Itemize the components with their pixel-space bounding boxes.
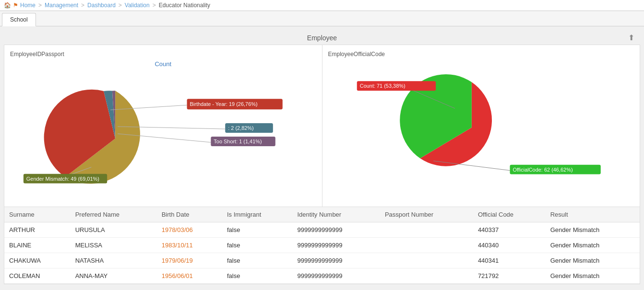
cell-official-code: 721792 [473,268,546,284]
tab-bar: School [0,11,644,26]
nav-dashboard[interactable]: Dashboard [87,2,116,9]
tooltip-birthdate-text: Birthdate - Year: 19 (26,76%) [190,101,258,107]
table-body: ARTHUR URUSULA 1978/03/06 false 99999999… [4,222,640,284]
cell-is-immigrant: false [222,238,293,253]
cell-passport-number [380,268,473,284]
data-table-section: Surname Preferred Name Birth Date Is Imm… [4,207,640,284]
data-table: Surname Preferred Name Birth Date Is Imm… [4,207,640,284]
col-preferred-name: Preferred Name [71,207,157,222]
table-row: BLAINE MELISSA 1983/10/11 false 99999999… [4,238,640,253]
cell-preferred-name: ANNA-MAY [71,268,157,284]
nav-sep-4: > [153,2,156,9]
nav-sep-3: > [119,2,122,9]
cell-surname: ARTHUR [4,222,71,238]
left-chart-title: EmployeeIDPassport [10,51,316,58]
cell-passport-number [380,253,473,268]
section-title: Employee [307,34,337,42]
tooltip-colon2-text: : 2 (2,82%) [228,125,253,131]
left-chart-panel: EmployeeIDPassport Count [4,45,322,207]
cell-result: Gender Mismatch [546,268,640,284]
cell-preferred-name: NATASHA [71,253,157,268]
cell-surname: BLAINE [4,238,71,253]
table-row: COLEMAN ANNA-MAY 1956/06/01 false 999999… [4,268,640,284]
cell-birth-date: 1979/06/19 [157,253,222,268]
table-row: CHAKUWA NATASHA 1979/06/19 false 9999999… [4,253,640,268]
cell-identity-number: 9999999999999 [292,253,380,268]
tooltip-count-text: Count: 71 (53,38%) [359,83,405,89]
tab-school[interactable]: School [2,13,36,26]
cell-identity-number: 9999999999999 [292,268,380,284]
export-icon[interactable]: ⬆ [628,33,634,42]
cell-is-immigrant: false [222,253,293,268]
tooltip-officialcode-text: OfficialCode: 62 (46,62%) [513,167,572,173]
col-is-immigrant: Is Immigrant [222,207,293,222]
right-chart-panel: EmployeeOfficialCode Count: 71 (53,38%) [322,45,640,207]
right-pie-svg: Count: 71 (53,38%) OfficialCode: 62 (46,… [328,60,634,185]
nav-validation[interactable]: Validation [125,2,150,9]
tooltip-gender-text: Gender Mismatch: 49 (69,01%) [26,176,99,182]
cell-result: Gender Mismatch [546,253,640,268]
cell-is-immigrant: false [222,268,293,284]
cell-birth-date: 1978/03/06 [157,222,222,238]
left-chart-subtitle: Count [10,60,316,68]
col-result: Result [546,207,640,222]
col-identity-number: Identity Number [292,207,380,222]
col-passport-number: Passport Number [380,207,473,222]
cell-surname: CHAKUWA [4,253,71,268]
nav-sep-1: > [38,2,42,9]
nav-sep-2: > [81,2,84,9]
cell-passport-number [380,222,473,238]
cell-official-code: 440337 [473,222,546,238]
nav-current: Educator Nationality [159,2,210,9]
home-icon: 🏠 [4,2,11,9]
cell-preferred-name: MELISSA [71,238,157,253]
breadcrumb: 🏠 ⚑ Home > Management > Dashboard > Vali… [0,0,644,11]
cell-is-immigrant: false [222,222,293,238]
tooltip-tooshort-text: Too Short: 1 (1,41%) [214,139,262,144]
cell-preferred-name: URUSULA [71,222,157,238]
section-header: Employee ⬆ [4,30,640,45]
cell-birth-date: 1956/06/01 [157,268,222,284]
cell-identity-number: 9999999999999 [292,222,380,238]
col-birth-date: Birth Date [157,207,222,222]
left-pie-container: Birthdate - Year: 19 (26,76%) : 2 (2,82%… [10,71,316,201]
cell-result: Gender Mismatch [546,238,640,253]
charts-row: EmployeeIDPassport Count [4,45,640,207]
col-surname: Surname [4,207,71,222]
cell-identity-number: 9999999999999 [292,238,380,253]
nav-management[interactable]: Management [45,2,78,9]
main-content: Employee ⬆ EmployeeIDPassport Count [0,26,644,288]
table-row: ARTHUR URUSULA 1978/03/06 false 99999999… [4,222,640,238]
cell-surname: COLEMAN [4,268,71,284]
right-chart-title: EmployeeOfficialCode [328,51,634,58]
col-official-code: Official Code [473,207,546,222]
cell-birth-date: 1983/10/11 [157,238,222,253]
cell-passport-number [380,238,473,253]
table-header-row: Surname Preferred Name Birth Date Is Imm… [4,207,640,222]
cell-official-code: 440340 [473,238,546,253]
cell-result: Gender Mismatch [546,222,640,238]
nav-home[interactable]: Home [20,2,36,9]
right-pie-container: Count: 71 (53,38%) OfficialCode: 62 (46,… [328,60,634,190]
flag-icon: ⚑ [13,2,18,9]
cell-official-code: 440341 [473,253,546,268]
left-pie-svg: Birthdate - Year: 19 (26,76%) : 2 (2,82%… [10,71,316,196]
